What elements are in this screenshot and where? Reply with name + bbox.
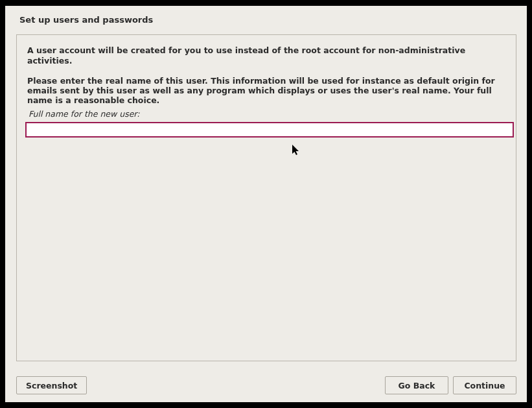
page-title: Set up users and passwords: [5, 6, 527, 30]
intro-text-1: A user account will be created for you t…: [23, 45, 509, 67]
fullname-label: Full name for the new user:: [23, 109, 509, 119]
fullname-input[interactable]: [26, 123, 513, 137]
intro-text-2: Please enter the real name of this user.…: [23, 76, 509, 105]
installer-window: Set up users and passwords A user accoun…: [5, 6, 527, 402]
continue-button[interactable]: Continue: [453, 376, 516, 394]
button-bar: Screenshot Go Back Continue: [16, 375, 516, 394]
go-back-button[interactable]: Go Back: [385, 376, 448, 394]
main-panel: A user account will be created for you t…: [16, 34, 516, 361]
screenshot-button[interactable]: Screenshot: [16, 376, 87, 394]
